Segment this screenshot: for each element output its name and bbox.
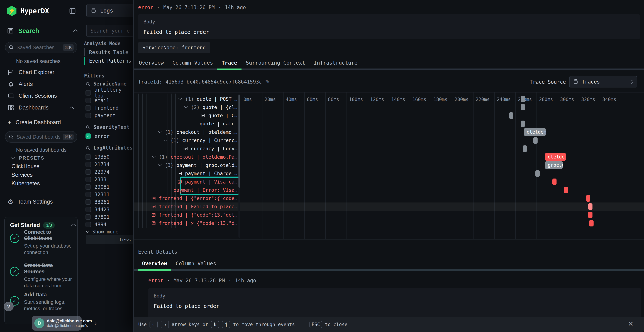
- saved-dashboards-input[interactable]: Saved Dashboards ⌘K: [5, 131, 77, 142]
- filter-checkbox-row[interactable]: 32311: [86, 191, 110, 198]
- sidebar-item-dashboards[interactable]: Dashboards: [0, 102, 82, 114]
- checkbox[interactable]: [86, 162, 91, 167]
- tab-column-values[interactable]: Column Values: [172, 260, 220, 266]
- filter-checkbox-row[interactable]: 29081: [86, 183, 110, 191]
- get-started-item[interactable]: ✓Create Data SourcesConfigure where your…: [10, 262, 74, 289]
- preset-item-kubernetes[interactable]: Kubernetes: [12, 180, 40, 187]
- span-bar-labeled[interactable]: oteldemo…: [545, 153, 566, 161]
- checkbox[interactable]: [86, 90, 91, 96]
- chevron-up-icon[interactable]: [73, 29, 78, 33]
- preset-item-clickhouse[interactable]: ClickHouse: [12, 163, 40, 170]
- filter-checkbox-row[interactable]: 21734: [86, 161, 110, 168]
- presets-toggle[interactable]: PRESETS: [10, 155, 44, 161]
- tree-row[interactable]: currency | Conv…: [134, 144, 238, 153]
- span-bar[interactable]: [523, 146, 527, 152]
- analysis-mode-results-table[interactable]: Results Table: [84, 48, 128, 56]
- arrow-right-key[interactable]: →: [161, 321, 169, 328]
- tree-row[interactable]: (3)payment | grpc.oteld…: [134, 161, 238, 169]
- saved-searches-input[interactable]: Saved Searches ⌘K: [5, 42, 77, 53]
- span-bar[interactable]: [564, 187, 568, 193]
- span-bar[interactable]: [536, 170, 540, 177]
- trace-source-select[interactable]: Traces: [569, 76, 637, 88]
- checkbox[interactable]: [86, 177, 91, 182]
- scrollbar-thumb[interactable]: [238, 95, 240, 188]
- service-name-chip[interactable]: ServiceName: frontend: [138, 42, 210, 53]
- esc-key[interactable]: ESC: [310, 321, 322, 328]
- chevron-down-icon[interactable]: [158, 164, 162, 166]
- waterfall-scrollbar[interactable]: [238, 94, 240, 238]
- span-bar-labeled[interactable]: grpc.otel…: [545, 161, 563, 169]
- span-bar-labeled[interactable]: oteldemo…: [524, 128, 546, 136]
- get-started-item[interactable]: ✓Connect to ClickHouseSet up your databa…: [10, 229, 74, 256]
- tab-trace[interactable]: Trace: [217, 60, 242, 66]
- span-bar[interactable]: [533, 137, 538, 144]
- key-j[interactable]: j: [222, 321, 230, 328]
- tree-row[interactable]: frontend | {"code":13,"det…: [134, 211, 238, 219]
- span-bar[interactable]: [588, 204, 592, 210]
- filter-checkbox-row[interactable]: 2333: [86, 176, 106, 183]
- filter-checkbox-row[interactable]: frontend: [86, 104, 118, 112]
- checkbox[interactable]: [86, 154, 91, 160]
- tab-overview[interactable]: Overview: [138, 260, 172, 266]
- filter-checkbox-row[interactable]: 37801: [86, 213, 110, 221]
- checkbox[interactable]: [86, 192, 91, 197]
- filter-checkbox-row[interactable]: ✓error: [86, 132, 110, 140]
- tree-row[interactable]: (1)checkout | oteldemo.Pa…: [134, 153, 238, 161]
- checkbox[interactable]: [86, 169, 91, 174]
- tree-row[interactable]: (1)quote | POST …: [134, 95, 238, 103]
- checkbox[interactable]: [86, 184, 91, 190]
- checkbox[interactable]: [86, 105, 91, 110]
- show-more-button[interactable]: Show more: [86, 229, 118, 234]
- sidebar-item-chart-explorer[interactable]: Chart Explorer: [0, 66, 82, 78]
- tab-surrounding-context[interactable]: Surrounding Context: [242, 60, 310, 66]
- tree-row[interactable]: frontend | × {"code":13,"d…: [134, 219, 238, 227]
- checkbox[interactable]: [86, 207, 91, 212]
- filter-checkbox-row[interactable]: email: [86, 96, 110, 104]
- sidebar-item-alerts[interactable]: Alerts: [0, 78, 82, 90]
- tree-row[interactable]: payment | Visa ca…: [134, 178, 238, 186]
- checkbox[interactable]: [86, 199, 91, 205]
- span-bar[interactable]: [521, 120, 525, 127]
- tree-row[interactable]: (1)currency | Currenc…: [134, 136, 238, 144]
- sidebar-collapse-icon[interactable]: [69, 7, 76, 15]
- span-bar[interactable]: [588, 212, 592, 218]
- preset-item-services[interactable]: Services: [12, 172, 33, 178]
- chevron-down-icon[interactable]: [178, 98, 182, 100]
- arrow-left-key[interactable]: ←: [150, 321, 158, 328]
- tree-row[interactable]: payment | Charge …: [134, 170, 238, 178]
- tab-infrastructure[interactable]: Infrastructure: [310, 60, 362, 66]
- chevron-down-icon[interactable]: [184, 106, 188, 108]
- span-bar[interactable]: [586, 195, 590, 202]
- span-bar[interactable]: [552, 178, 557, 185]
- filter-checkbox-row[interactable]: 34423: [86, 206, 110, 213]
- filter-checkbox-row[interactable]: 19350: [86, 153, 110, 161]
- tree-row[interactable]: payment | Error: Visa…: [134, 186, 238, 194]
- filter-checkbox-row[interactable]: artillery-loa: [86, 89, 133, 96]
- chevron-down-icon[interactable]: [158, 131, 162, 133]
- sidebar-item-team-settings[interactable]: ⚙ Team Settings: [0, 196, 82, 208]
- tab-overview[interactable]: Overview: [134, 60, 168, 66]
- checkbox[interactable]: [86, 98, 91, 103]
- tree-row[interactable]: frontend | Failed to place…: [134, 202, 238, 211]
- chevron-down-icon[interactable]: [152, 156, 156, 158]
- span-bar[interactable]: [589, 220, 594, 226]
- tree-row[interactable]: (1)checkout | oteldemo.…: [134, 128, 238, 136]
- analysis-mode-event-patterns[interactable]: Event Patterns: [84, 56, 131, 65]
- user-account-chip[interactable]: D dale@clickhouse.com dale@clickhouse.co…: [32, 316, 82, 330]
- sidebar-item-search[interactable]: Search: [7, 27, 39, 34]
- close-icon[interactable]: ✕: [628, 320, 634, 328]
- span-bar[interactable]: [509, 112, 514, 119]
- tab-column-values[interactable]: Column Values: [168, 60, 217, 66]
- key-k[interactable]: k: [211, 321, 219, 328]
- chevron-up-icon[interactable]: [71, 223, 76, 226]
- filter-checkbox-row[interactable]: payment: [86, 112, 116, 119]
- span-bar[interactable]: [521, 96, 525, 102]
- filter-checkbox-row[interactable]: 4894: [86, 221, 106, 228]
- chevron-down-icon[interactable]: [163, 139, 168, 142]
- tree-row[interactable]: quote | C…: [134, 112, 238, 120]
- checkbox-checked[interactable]: ✓: [86, 134, 91, 139]
- span-bar[interactable]: [521, 104, 525, 110]
- filter-checkbox-row[interactable]: 33261: [86, 198, 110, 206]
- help-button[interactable]: ?: [4, 302, 14, 311]
- checkbox[interactable]: [86, 214, 91, 220]
